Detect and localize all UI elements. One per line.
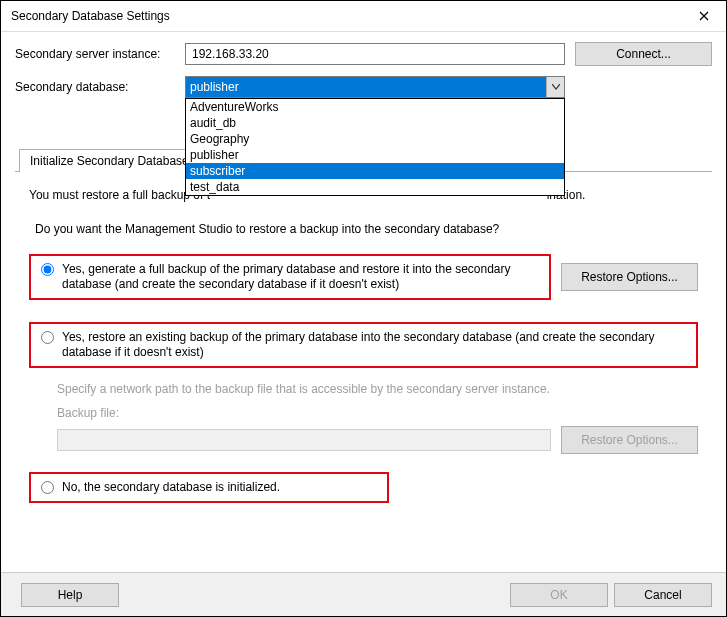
secondary-db-label: Secondary database: bbox=[15, 80, 185, 94]
secondary-db-combo-wrap: publisher AdventureWorksaudit_dbGeograph… bbox=[185, 76, 565, 98]
info-text-left: You must restore a full backup of t bbox=[29, 188, 210, 202]
combo-selected-text: publisher bbox=[186, 77, 546, 97]
option1-row: Yes, generate a full backup of the prima… bbox=[29, 254, 698, 300]
restore-options-button-2: Restore Options... bbox=[561, 426, 698, 454]
server-row: Secondary server instance: Connect... bbox=[15, 42, 712, 66]
dialog-footer: Help OK Cancel bbox=[1, 572, 726, 616]
radio-option-already-initialized[interactable]: No, the secondary database is initialize… bbox=[29, 472, 389, 503]
radio-option-generate-backup[interactable]: Yes, generate a full backup of the prima… bbox=[29, 254, 551, 300]
db-row: Secondary database: publisher AdventureW… bbox=[15, 76, 712, 98]
radio-option-restore-existing[interactable]: Yes, restore an existing backup of the p… bbox=[29, 322, 698, 368]
connect-button[interactable]: Connect... bbox=[575, 42, 712, 66]
dialog-content: Secondary server instance: Connect... Se… bbox=[1, 32, 726, 525]
combo-option[interactable]: audit_db bbox=[186, 115, 564, 131]
backup-file-row: Restore Options... bbox=[57, 426, 698, 454]
backup-file-label: Backup file: bbox=[57, 406, 698, 420]
close-button[interactable] bbox=[681, 1, 726, 31]
restore-options-button-1[interactable]: Restore Options... bbox=[561, 263, 698, 291]
tab-initialize-secondary-database[interactable]: Initialize Secondary Database bbox=[19, 149, 200, 172]
window-title: Secondary Database Settings bbox=[11, 9, 170, 23]
backup-path-hint: Specify a network path to the backup fil… bbox=[57, 382, 698, 396]
radio-generate-backup-input[interactable] bbox=[41, 263, 54, 276]
titlebar: Secondary Database Settings bbox=[1, 1, 726, 32]
tab-panel-initialize: You must restore a full backup of t inat… bbox=[15, 172, 712, 525]
backup-file-input bbox=[57, 429, 551, 451]
server-instance-input[interactable] bbox=[185, 43, 565, 65]
secondary-db-dropdown-list[interactable]: AdventureWorksaudit_dbGeographypublisher… bbox=[185, 98, 565, 196]
close-icon bbox=[699, 11, 709, 21]
radio-already-initialized-label: No, the secondary database is initialize… bbox=[62, 480, 379, 495]
help-button[interactable]: Help bbox=[21, 583, 119, 607]
combo-option[interactable]: Geography bbox=[186, 131, 564, 147]
combo-arrow[interactable] bbox=[546, 77, 564, 97]
server-instance-label: Secondary server instance: bbox=[15, 47, 185, 61]
radio-restore-existing-input[interactable] bbox=[41, 331, 54, 344]
secondary-db-combo[interactable]: publisher bbox=[185, 76, 565, 98]
radio-generate-backup-label: Yes, generate a full backup of the prima… bbox=[62, 262, 541, 292]
prompt-text: Do you want the Management Studio to res… bbox=[35, 222, 698, 236]
ok-button: OK bbox=[510, 583, 608, 607]
combo-option[interactable]: AdventureWorks bbox=[186, 99, 564, 115]
combo-option[interactable]: subscriber bbox=[186, 163, 564, 179]
radio-already-initialized-input[interactable] bbox=[41, 481, 54, 494]
cancel-button[interactable]: Cancel bbox=[614, 583, 712, 607]
chevron-down-icon bbox=[552, 84, 560, 90]
combo-option[interactable]: test_data bbox=[186, 179, 564, 195]
combo-option[interactable]: publisher bbox=[186, 147, 564, 163]
radio-restore-existing-label: Yes, restore an existing backup of the p… bbox=[62, 330, 688, 360]
